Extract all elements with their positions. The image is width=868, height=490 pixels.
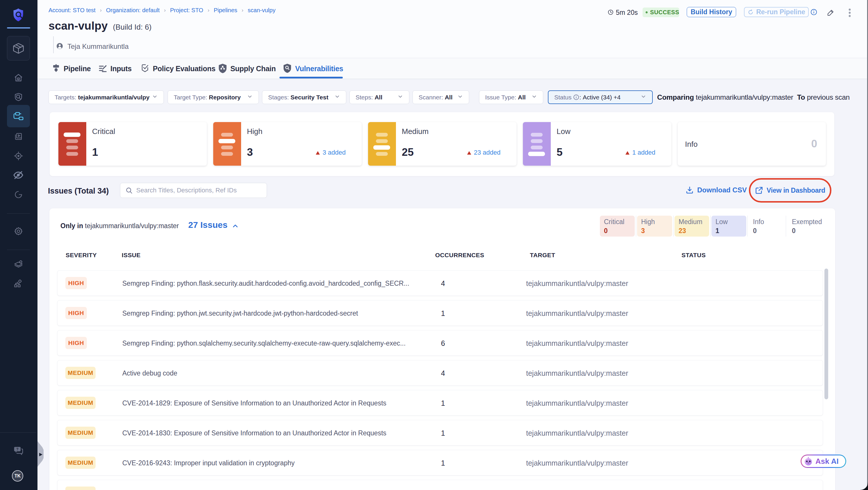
svg-text:?: ? — [16, 447, 19, 451]
